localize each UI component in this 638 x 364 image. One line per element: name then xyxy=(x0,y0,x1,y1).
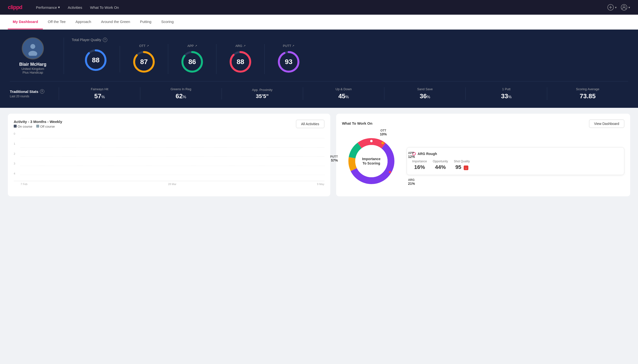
svg-point-25 xyxy=(381,142,384,144)
score-app-circle: 86 xyxy=(180,50,204,74)
view-dashboard-button[interactable]: View Dashboard xyxy=(589,120,624,128)
tab-scoring[interactable]: Scoring xyxy=(156,15,178,29)
scores-section: Total Player Quality ? 88 xyxy=(64,38,628,74)
score-putt: PUTT↗ 93 xyxy=(265,44,313,74)
activity-chart-title: Activity - 3 Months - Weekly xyxy=(14,120,62,124)
score-arg-value: 88 xyxy=(237,58,244,66)
tab-my-dashboard[interactable]: My Dashboard xyxy=(8,15,43,29)
score-putt-value: 93 xyxy=(285,58,292,66)
donut-center-text: Importance To Scoring xyxy=(362,157,380,166)
info-metrics: Importance 16% Opportunity 44% Shot Qual… xyxy=(412,160,619,170)
donut-container: Importance To Scoring PUTT 57% OTT 10% A… xyxy=(342,132,401,190)
score-total-value: 88 xyxy=(92,56,99,64)
nav-activities[interactable]: Activities xyxy=(68,6,82,10)
stat-fairways-hit: Fairways Hit 57% xyxy=(59,87,140,100)
score-ott-label: OTT↗ xyxy=(139,44,149,48)
chart-bars xyxy=(21,138,324,175)
tab-off-the-tee[interactable]: Off the Tee xyxy=(43,15,71,29)
score-total-circle: 88 xyxy=(84,48,108,72)
chart-gridlines xyxy=(21,138,324,175)
stat-one-putt: 1 Putt 33% xyxy=(465,87,547,100)
stat-greens-in-reg: Greens In Reg 62% xyxy=(140,87,221,100)
metric-importance: Importance 16% xyxy=(412,160,427,170)
nav-performance[interactable]: Performance ▾ xyxy=(36,5,60,10)
score-app-label: APP↗ xyxy=(187,44,197,48)
score-ott-circle: 87 xyxy=(132,50,156,74)
total-quality-label: Total Player Quality ? xyxy=(72,38,628,42)
score-ott-value: 87 xyxy=(140,58,148,66)
score-total: 88 xyxy=(72,46,120,72)
trad-stats-label: Traditional Stats ? Last 20 rounds xyxy=(10,89,59,98)
what-to-work-on-card: What To Work On View Dashboard xyxy=(336,114,630,196)
chart-y-labels: 4 3 2 1 0 xyxy=(14,132,20,175)
activity-chart-title-area: Activity - 3 Months - Weekly On course O… xyxy=(14,120,62,128)
scores-row: 88 OTT↗ 87 xyxy=(72,44,628,74)
svg-point-6 xyxy=(30,44,35,49)
donut-section: Importance To Scoring PUTT 57% OTT 10% A… xyxy=(342,132,624,190)
donut-wrapper: Importance To Scoring PUTT 57% OTT 10% A… xyxy=(342,132,401,190)
nav-right: ▾ ▾ xyxy=(607,4,630,11)
svg-point-3 xyxy=(621,4,627,10)
top-nav: clippd Performance ▾ Activities What To … xyxy=(0,0,638,15)
app-label: APP 12% xyxy=(408,151,415,159)
trad-help-icon[interactable]: ? xyxy=(40,89,44,94)
stat-app-proximity: App. Proximity 35'5" xyxy=(222,88,303,100)
score-arg: ARG↗ 88 xyxy=(217,44,265,74)
svg-point-23 xyxy=(370,140,373,142)
nav-what-to-work-on[interactable]: What To Work On xyxy=(90,6,119,10)
metric-opportunity: Opportunity 44% xyxy=(433,160,448,170)
player-info: Blair McHarg United Kingdom Plus Handica… xyxy=(10,38,64,74)
player-country: United Kingdom xyxy=(22,67,44,71)
tabs-bar: My Dashboard Off the Tee Approach Around… xyxy=(0,15,638,30)
avatar xyxy=(22,38,44,60)
chart-x-labels: 7 Feb 28 Mar 9 May xyxy=(21,182,324,186)
score-app-value: 86 xyxy=(188,58,196,66)
stat-up-and-down: Up & Down 45% xyxy=(303,87,384,100)
score-arg-circle: 88 xyxy=(228,50,253,74)
player-name: Blair McHarg xyxy=(19,62,46,67)
add-button[interactable]: ▾ xyxy=(607,4,617,11)
app-logo: clippd xyxy=(8,4,22,10)
score-arg-label: ARG↗ xyxy=(235,44,245,48)
score-putt-circle: 93 xyxy=(276,50,301,74)
down-badge: ↓ xyxy=(464,166,468,170)
score-putt-label: PUTT↗ xyxy=(283,44,295,48)
all-activities-button[interactable]: All Activities xyxy=(296,120,324,128)
activity-chart-area: 4 3 2 1 0 xyxy=(14,132,324,181)
svg-point-4 xyxy=(623,6,625,8)
stat-scoring-average: Scoring Average 73.85 xyxy=(547,87,628,100)
svg-point-26 xyxy=(389,171,391,173)
hero-top: Blair McHarg United Kingdom Plus Handica… xyxy=(10,38,628,74)
user-menu[interactable]: ▾ xyxy=(621,4,630,11)
tab-putting[interactable]: Putting xyxy=(135,15,156,29)
bottom-row: Activity - 3 Months - Weekly On course O… xyxy=(0,108,638,202)
player-handicap: Plus Handicap xyxy=(23,71,43,74)
traditional-stats: Traditional Stats ? Last 20 rounds Fairw… xyxy=(10,81,628,100)
tab-around-the-green[interactable]: Around the Green xyxy=(96,15,135,29)
info-card: ARG Rough Importance 16% Opportunity 44%… xyxy=(407,147,624,175)
activity-chart-card: Activity - 3 Months - Weekly On course O… xyxy=(8,114,330,196)
stat-sand-save: Sand Save 36% xyxy=(384,87,465,100)
ott-label: OTT 10% xyxy=(380,129,387,136)
score-app: APP↗ 86 xyxy=(168,44,217,74)
info-card-title: ARG Rough xyxy=(412,152,619,156)
activity-chart-header: Activity - 3 Months - Weekly On course O… xyxy=(14,120,324,128)
wtwo-title: What To Work On xyxy=(342,121,372,126)
hero-section: Blair McHarg United Kingdom Plus Handica… xyxy=(0,30,638,108)
arg-label: ARG 21% xyxy=(408,178,415,186)
putt-label: PUTT 57% xyxy=(330,155,338,162)
wtwo-header: What To Work On View Dashboard xyxy=(342,120,624,128)
metric-shot-quality: Shot Quality 95 ↓ xyxy=(454,160,470,170)
svg-point-24 xyxy=(353,180,355,182)
tab-approach[interactable]: Approach xyxy=(71,15,96,29)
help-icon[interactable]: ? xyxy=(103,38,107,42)
activity-chart-legend: On course Off course xyxy=(14,125,62,128)
score-ott: OTT↗ 87 xyxy=(120,44,168,74)
